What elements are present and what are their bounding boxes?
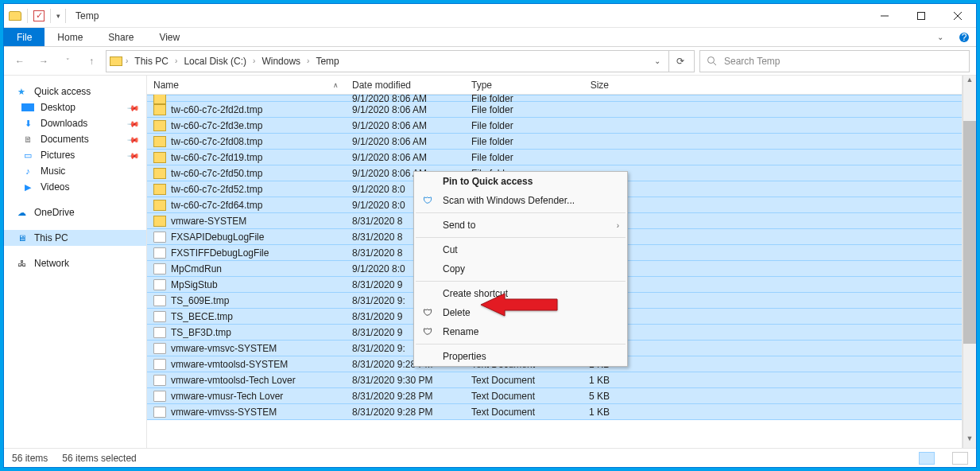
file-name: vmware-SYSTEM <box>171 216 246 227</box>
up-button[interactable]: ↑ <box>82 52 101 71</box>
status-selected: 56 items selected <box>62 453 136 464</box>
breadcrumb[interactable]: This PC <box>131 56 172 67</box>
file-name: vmware-vmtoolsd-SYSTEM <box>171 359 288 370</box>
file-name: tw-c60-c7c-2fd52.tmp <box>171 184 262 195</box>
sidebar-item-onedrive[interactable]: ☁OneDrive <box>4 204 146 220</box>
file-type: File folder <box>465 136 560 147</box>
address-dropdown-icon[interactable]: ⌄ <box>649 56 665 65</box>
tab-view[interactable]: View <box>146 28 192 46</box>
file-type: File folder <box>465 104 560 115</box>
folder-icon <box>9 11 21 21</box>
column-headers: Name∧ Date modified Type Size <box>147 76 962 95</box>
folder-icon <box>153 184 166 195</box>
sidebar-item-network[interactable]: 🖧Network <box>4 255 146 271</box>
scroll-down-icon[interactable]: ▼ <box>963 434 976 448</box>
table-row[interactable]: vmware-vmusr-Tech Lover8/31/2020 9:28 PM… <box>147 387 962 404</box>
large-icons-view-button[interactable] <box>952 452 968 465</box>
column-date[interactable]: Date modified <box>346 80 465 91</box>
shield-icon: 🛡 <box>420 307 435 318</box>
context-menu: Pin to Quick access 🛡Scan with Windows D… <box>413 171 628 367</box>
file-name: tw-c60-c7c-2fd3e.tmp <box>171 120 262 131</box>
file-icon <box>153 247 166 259</box>
table-row[interactable]: tw-c60-c7c-2fd2d.tmp9/1/2020 8:06 AMFile… <box>147 101 962 118</box>
recent-locations-icon[interactable]: ˅ <box>58 52 77 71</box>
search-input[interactable]: Search Temp <box>699 50 970 72</box>
file-size: 1 KB <box>560 375 616 386</box>
file-name: vmware-vmsvc-SYSTEM <box>171 343 277 354</box>
sidebar-item-videos[interactable]: ▶Videos <box>4 179 146 195</box>
file-list: Name∧ Date modified Type Size 9/1/2020 8… <box>147 76 963 448</box>
shield-icon: 🛡 <box>420 195 435 206</box>
sidebar-item-documents[interactable]: 🗎Documents📌 <box>4 131 146 147</box>
close-button[interactable] <box>939 4 976 28</box>
minimize-button[interactable] <box>866 4 903 28</box>
file-type: File folder <box>465 152 560 163</box>
breadcrumb[interactable]: Windows <box>258 56 304 67</box>
file-date: 9/1/2020 8:06 AM <box>346 120 465 131</box>
sidebar-item-this-pc[interactable]: 🖥This PC <box>4 230 146 246</box>
tab-share[interactable]: Share <box>95 28 146 46</box>
file-name: vmware-vmvss-SYSTEM <box>171 407 277 418</box>
maximize-button[interactable] <box>903 4 939 28</box>
sidebar-item-music[interactable]: ♪Music <box>4 163 146 179</box>
sidebar-item-downloads[interactable]: ⬇Downloads📌 <box>4 115 146 131</box>
qat-dropdown-icon[interactable]: ▾ <box>56 12 60 20</box>
table-row[interactable]: tw-c60-c7c-2fd08.tmp9/1/2020 8:06 AMFile… <box>147 133 962 150</box>
breadcrumb[interactable]: Temp <box>312 56 342 67</box>
ctx-properties[interactable]: Properties <box>414 347 627 366</box>
document-icon: 🗎 <box>21 134 34 145</box>
details-view-button[interactable] <box>919 452 935 465</box>
table-row[interactable]: tw-c60-c7c-2fd19.tmp9/1/2020 8:06 AMFile… <box>147 149 962 165</box>
breadcrumb[interactable]: Local Disk (C:) <box>180 56 250 67</box>
music-icon: ♪ <box>21 165 34 177</box>
image-icon: ▭ <box>21 150 34 161</box>
video-icon: ▶ <box>21 181 34 193</box>
pc-icon: 🖥 <box>15 232 28 243</box>
ctx-cut[interactable]: Cut <box>414 240 627 259</box>
column-type[interactable]: Type <box>465 80 560 91</box>
expand-ribbon-icon[interactable]: ⌄ <box>928 28 952 46</box>
tab-home[interactable]: Home <box>45 28 95 46</box>
file-name: tw-c60-c7c-2fd64.tmp <box>171 200 262 211</box>
folder-icon <box>153 104 166 115</box>
help-icon[interactable]: ? <box>952 28 976 46</box>
shield-icon: 🛡 <box>420 326 435 337</box>
folder-icon <box>153 152 166 163</box>
refresh-button[interactable]: ⟳ <box>668 51 691 72</box>
table-row[interactable]: vmware-vmtoolsd-Tech Lover8/31/2020 9:30… <box>147 372 962 388</box>
status-bar: 56 items 56 items selected <box>4 448 976 467</box>
sidebar-item-desktop[interactable]: Desktop📌 <box>4 99 146 115</box>
svg-rect-1 <box>918 12 925 19</box>
file-icon <box>153 391 166 402</box>
file-date: 9/1/2020 8:06 AM <box>346 152 465 163</box>
ctx-copy[interactable]: Copy <box>414 259 627 278</box>
forward-button[interactable]: → <box>34 52 53 71</box>
scroll-thumb[interactable] <box>963 121 976 344</box>
sidebar-item-pictures[interactable]: ▭Pictures📌 <box>4 147 146 163</box>
ctx-defender[interactable]: 🛡Scan with Windows Defender... <box>414 191 627 210</box>
svg-line-7 <box>714 62 717 65</box>
ctx-send-to[interactable]: Send to› <box>414 216 627 235</box>
scroll-up-icon[interactable]: ▲ <box>963 76 976 89</box>
vertical-scrollbar[interactable]: ▲ ▼ <box>963 76 976 448</box>
table-row[interactable]: tw-c60-c7c-2fd3e.tmp9/1/2020 8:06 AMFile… <box>147 117 962 134</box>
ctx-rename[interactable]: 🛡Rename <box>414 322 627 341</box>
table-row[interactable]: vmware-vmvss-SYSTEM8/31/2020 9:28 PMText… <box>147 403 962 420</box>
address-bar[interactable]: › This PC › Local Disk (C:) › Windows › … <box>106 50 695 72</box>
chevron-right-icon: › <box>617 221 619 230</box>
network-icon: 🖧 <box>15 258 28 269</box>
column-name[interactable]: Name∧ <box>147 80 346 91</box>
back-button[interactable]: ← <box>10 52 29 71</box>
qat-tick-icon[interactable]: ✓ <box>33 10 45 21</box>
file-tab[interactable]: File <box>4 28 45 46</box>
sidebar-item-quick-access[interactable]: ★Quick access <box>4 84 146 99</box>
file-icon <box>153 232 166 243</box>
folder-icon <box>110 56 122 66</box>
file-name: FXSAPIDebugLogFile <box>171 232 264 243</box>
ctx-pin-quick-access[interactable]: Pin to Quick access <box>414 172 627 191</box>
column-size[interactable]: Size <box>560 80 616 91</box>
file-name: MpCmdRun <box>171 263 222 274</box>
file-icon <box>153 327 166 338</box>
file-name: vmware-vmtoolsd-Tech Lover <box>171 375 296 386</box>
file-date: 8/31/2020 9:28 PM <box>346 391 465 402</box>
